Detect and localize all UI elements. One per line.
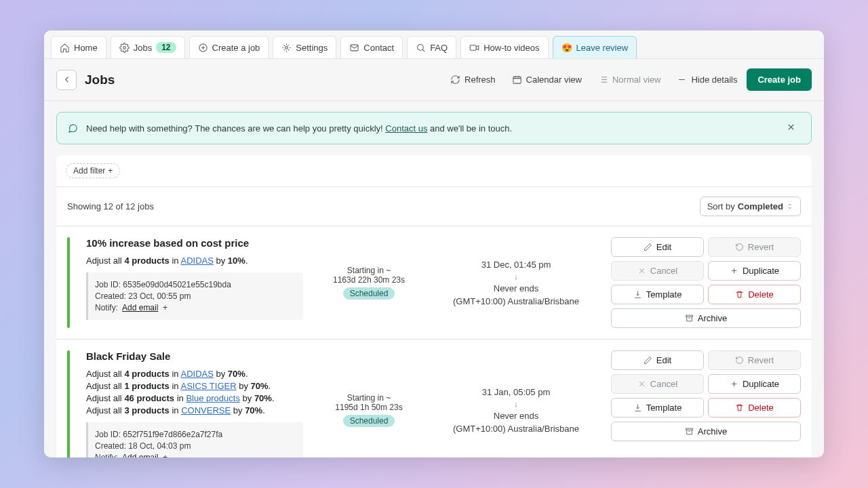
countdown: 1195d 1h 50m 23s (335, 403, 402, 412)
tab-faq-label: FAQ (430, 43, 448, 53)
template-button[interactable]: Template (611, 285, 704, 304)
collection-link[interactable]: Blue products (186, 393, 240, 403)
start-date: 31 Jan, 05:05 pm (482, 387, 550, 397)
delete-button[interactable]: Delete (708, 398, 801, 418)
revert-icon (735, 243, 744, 251)
plus-icon (730, 380, 738, 388)
svg-rect-5 (470, 45, 476, 50)
collection-link[interactable]: ASICS TIGER (180, 381, 236, 391)
template-button[interactable]: Template (611, 398, 704, 418)
job-title: Black Friday Sale (86, 350, 303, 362)
tab-jobs[interactable]: Jobs 12 (111, 36, 185, 58)
tab-contact[interactable]: Contact (340, 36, 403, 58)
tab-create-job[interactable]: Create a job (189, 36, 269, 58)
status-stripe (67, 237, 70, 328)
archive-button[interactable]: Archive (611, 308, 801, 328)
plus-icon[interactable]: + (163, 453, 167, 458)
create-job-button[interactable]: Create job (747, 68, 812, 91)
tab-videos[interactable]: How-to videos (460, 36, 548, 58)
tab-review[interactable]: 😍 Leave review (553, 36, 637, 58)
revert-button: Revert (708, 350, 801, 370)
tab-settings-label: Settings (296, 43, 328, 53)
calendar-view-button[interactable]: Calendar view (505, 70, 589, 89)
adjust-rule: Adjust all 4 products in ADIDAS by 70%. (86, 369, 303, 379)
tab-faq[interactable]: FAQ (407, 36, 456, 58)
countdown: 1163d 22h 30m 23s (333, 275, 405, 285)
delete-button[interactable]: Delete (708, 285, 801, 304)
starting-label: Starting in ~ (347, 266, 391, 275)
plus-icon: + (108, 166, 113, 176)
svg-rect-8 (686, 428, 692, 430)
tab-contact-label: Contact (363, 43, 394, 53)
showing-count: Showing 12 of 12 jobs (67, 201, 154, 211)
job-row: 10% increase based on cost price Adjust … (56, 226, 812, 340)
arrow-down-icon: ↓ (514, 400, 518, 408)
job-created: Created: 18 Oct, 04:03 pm (95, 441, 296, 451)
start-date: 31 Dec, 01:45 pm (481, 260, 551, 270)
timezone: (GMT+10:00) Australia/Brisbane (453, 424, 579, 434)
banner-contact-link[interactable]: Contact us (385, 123, 427, 134)
add-email-link[interactable]: Add email (122, 303, 158, 312)
duplicate-button[interactable]: Duplicate (708, 261, 801, 281)
status-badge: Scheduled (343, 287, 395, 300)
trash-icon (735, 403, 744, 412)
revert-icon (735, 356, 744, 365)
adjust-rule: Adjust all 1 products in ASICS TIGER by … (86, 381, 303, 391)
adjust-rule: Adjust all 3 products in CONVERSE by 70%… (86, 405, 303, 415)
job-meta: Job ID: 652f751f9e7d866e2a7f27fa Created… (86, 422, 303, 458)
banner-close-button[interactable] (782, 121, 800, 136)
tab-settings[interactable]: Settings (273, 36, 336, 58)
arrow-left-icon (62, 75, 72, 85)
tab-review-label: Leave review (576, 43, 629, 53)
calendar-label: Calendar view (526, 75, 582, 85)
starting-label: Starting in ~ (347, 393, 391, 403)
job-notify: Notify: Add email + (95, 303, 296, 312)
job-created: Created: 23 Oct, 00:55 pm (95, 291, 296, 301)
job-meta: Job ID: 6535e09d0d45021e55c19bda Created… (86, 272, 303, 320)
edit-button[interactable]: Edit (611, 237, 704, 257)
home-icon (60, 43, 70, 53)
refresh-button[interactable]: Refresh (443, 70, 502, 89)
tab-home[interactable]: Home (51, 36, 106, 58)
job-id: Job ID: 6535e09d0d45021e55c19bda (95, 280, 296, 289)
add-filter-button[interactable]: Add filter + (66, 163, 120, 178)
tab-home-label: Home (74, 43, 98, 53)
adjust-rule: Adjust all 46 products in Blue products … (86, 393, 303, 403)
edit-button[interactable]: Edit (611, 350, 704, 370)
job-title: 10% increase based on cost price (86, 237, 303, 249)
back-button[interactable] (56, 70, 77, 90)
collection-link[interactable]: ADIDAS (180, 256, 213, 266)
sort-button[interactable]: Sort by Completed (700, 197, 801, 216)
sort-value: Completed (738, 201, 783, 211)
close-icon (786, 122, 796, 132)
collection-link[interactable]: CONVERSE (181, 405, 231, 415)
duplicate-button[interactable]: Duplicate (708, 374, 801, 394)
collection-link[interactable]: ADIDAS (180, 369, 213, 379)
svg-point-2 (285, 46, 288, 49)
page-title: Jobs (85, 73, 115, 87)
status-badge: Scheduled (343, 415, 395, 427)
archive-icon (685, 314, 694, 323)
archive-icon (685, 427, 694, 436)
jobs-list-card: Add filter + Showing 12 of 12 jobs Sort … (56, 155, 812, 458)
svg-point-4 (418, 44, 424, 50)
add-email-link[interactable]: Add email (122, 453, 158, 458)
plus-icon (730, 266, 738, 275)
heart-face-icon: 😍 (561, 43, 572, 53)
job-notify: Notify: Add email + (95, 453, 296, 458)
search-icon (416, 43, 426, 53)
plus-icon[interactable]: + (163, 303, 167, 312)
normal-view-button[interactable]: Normal view (591, 70, 668, 89)
timezone: (GMT+10:00) Australia/Brisbane (453, 296, 579, 306)
mail-icon (349, 43, 359, 53)
minus-icon (677, 75, 687, 85)
revert-button: Revert (708, 237, 801, 257)
hide-details-button[interactable]: Hide details (670, 70, 744, 89)
plus-circle-icon (198, 43, 208, 53)
jobs-count-badge: 12 (156, 42, 176, 53)
x-icon (637, 380, 646, 388)
banner-suffix: and we'll be in touch. (427, 123, 512, 134)
archive-button[interactable]: Archive (611, 422, 801, 441)
list-icon (598, 75, 608, 85)
video-icon (469, 43, 479, 53)
